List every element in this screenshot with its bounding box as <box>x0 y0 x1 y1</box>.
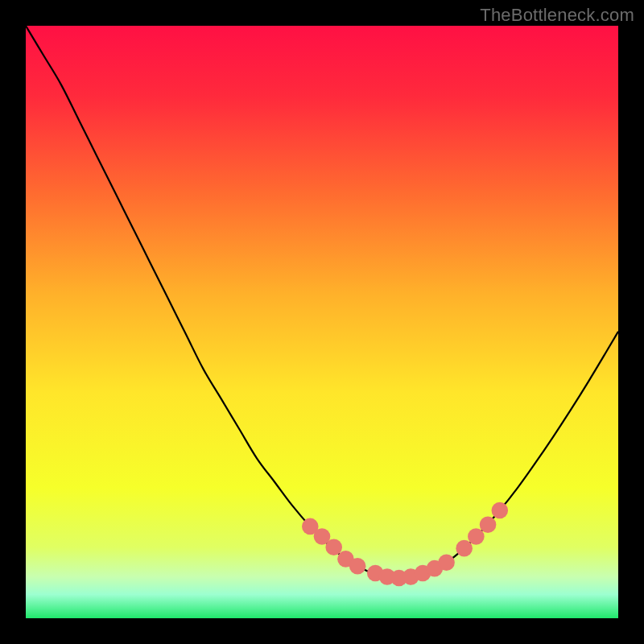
chart-frame: TheBottleneck.com <box>0 0 644 644</box>
chart-canvas <box>26 26 618 618</box>
chart-marker <box>491 502 508 519</box>
chart-marker <box>468 528 485 545</box>
watermark-text: TheBottleneck.com <box>480 5 634 26</box>
chart-marker <box>325 539 342 555</box>
chart-marker <box>349 558 366 575</box>
plot-area <box>26 26 618 618</box>
chart-marker <box>456 540 473 557</box>
chart-marker <box>438 555 455 572</box>
chart-marker <box>480 516 497 533</box>
